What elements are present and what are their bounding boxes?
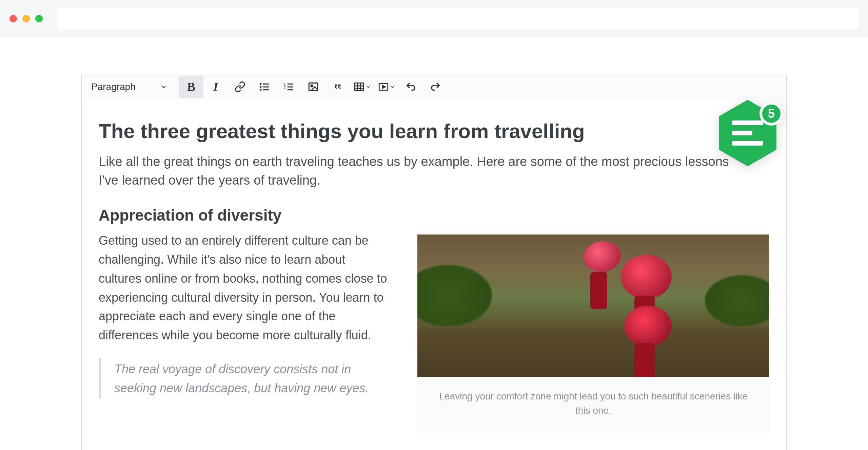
italic-icon: I xyxy=(213,80,218,93)
paragraph-style-select[interactable]: Paragraph xyxy=(82,81,177,92)
figure-caption[interactable]: Leaving your comfort zone might lead you… xyxy=(417,377,769,433)
badge-count: 5 xyxy=(760,102,783,126)
blockquote[interactable]: The real voyage of discovery consists no… xyxy=(99,358,390,399)
bulleted-list-button[interactable] xyxy=(252,76,277,98)
browser-chrome xyxy=(0,0,868,37)
insert-image-button[interactable] xyxy=(301,76,326,98)
media-icon xyxy=(378,81,389,93)
numbered-list-icon: 12 xyxy=(283,81,295,93)
decorative-umbrella xyxy=(581,239,623,274)
decorative-figure xyxy=(590,272,607,309)
bold-icon: B xyxy=(187,80,195,94)
window-controls xyxy=(9,15,43,22)
svg-point-2 xyxy=(260,89,262,91)
lead-paragraph[interactable]: Like all the great things on earth trave… xyxy=(99,152,736,190)
address-bar[interactable] xyxy=(57,8,859,30)
svg-rect-3 xyxy=(263,83,269,85)
svg-point-1 xyxy=(260,86,262,88)
bulleted-list-icon xyxy=(259,81,270,93)
editor-content[interactable]: The three greatest things you learn from… xyxy=(81,99,787,450)
comments-badge[interactable]: 5 xyxy=(719,100,783,168)
undo-button[interactable] xyxy=(399,76,423,98)
figure[interactable]: Leaving your comfort zone might lead you… xyxy=(417,231,769,433)
insert-media-button[interactable] xyxy=(374,76,399,98)
decorative-figure xyxy=(634,343,655,377)
svg-rect-4 xyxy=(263,87,269,88)
decorative-greenery xyxy=(417,265,492,326)
link-icon xyxy=(234,81,246,93)
editor-frame: Paragraph B I 12 xyxy=(81,75,787,450)
chevron-down-icon xyxy=(160,83,167,90)
svg-rect-9 xyxy=(288,87,293,88)
svg-rect-13 xyxy=(355,83,363,91)
svg-point-12 xyxy=(311,85,313,87)
link-button[interactable] xyxy=(228,76,252,98)
svg-rect-10 xyxy=(288,89,293,90)
svg-rect-5 xyxy=(263,89,269,90)
svg-rect-11 xyxy=(309,83,318,91)
table-icon xyxy=(353,81,365,93)
insert-table-button[interactable] xyxy=(350,76,374,98)
redo-button[interactable] xyxy=(423,76,448,98)
document-title[interactable]: The three greatest things you learn from… xyxy=(99,119,769,143)
blockquote-icon xyxy=(332,81,343,93)
decorative-greenery xyxy=(705,275,769,326)
svg-rect-8 xyxy=(288,83,293,85)
two-column-layout: Getting used to an entirely different cu… xyxy=(99,231,769,433)
numbered-list-button[interactable]: 12 xyxy=(277,76,301,98)
bold-button[interactable]: B xyxy=(179,76,203,98)
svg-point-0 xyxy=(260,83,262,85)
decorative-umbrella xyxy=(624,306,672,346)
window-close-button[interactable] xyxy=(9,15,17,22)
undo-icon xyxy=(405,81,417,93)
svg-marker-19 xyxy=(382,86,386,89)
italic-button[interactable]: I xyxy=(203,76,228,98)
left-rail-divider xyxy=(0,37,3,450)
section-heading[interactable]: Appreciation of diversity xyxy=(99,206,769,224)
image-icon xyxy=(308,81,319,93)
blockquote-button[interactable] xyxy=(326,76,350,98)
chevron-down-icon xyxy=(390,84,395,90)
text-column: Getting used to an entirely different cu… xyxy=(99,231,390,399)
paragraph-style-label: Paragraph xyxy=(91,81,136,92)
window-minimize-button[interactable] xyxy=(22,15,30,22)
page-area: Paragraph B I 12 xyxy=(0,37,868,450)
svg-text:2: 2 xyxy=(283,86,285,90)
decorative-umbrella xyxy=(621,255,672,299)
chevron-down-icon xyxy=(366,84,371,90)
figure-image[interactable] xyxy=(417,235,769,377)
editor-toolbar: Paragraph B I 12 xyxy=(81,75,787,99)
redo-icon xyxy=(430,81,441,93)
section-body[interactable]: Getting used to an entirely different cu… xyxy=(99,231,390,345)
window-zoom-button[interactable] xyxy=(35,15,43,22)
